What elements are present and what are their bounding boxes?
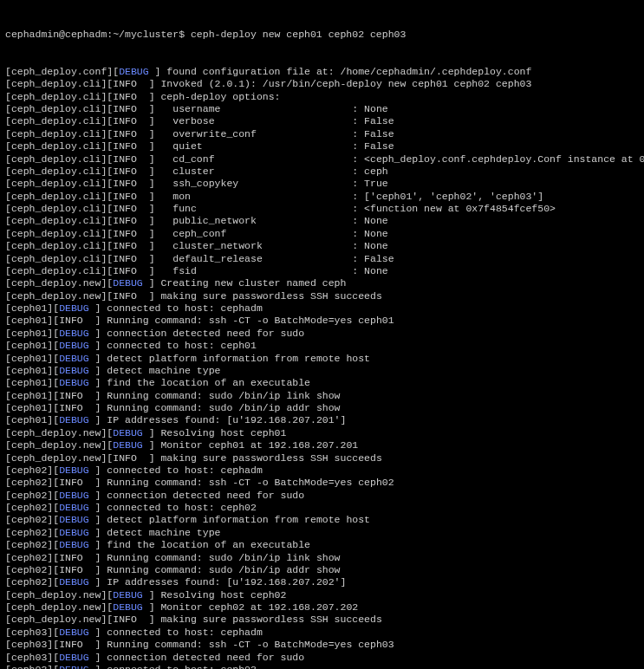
log-line: [ceph_deploy.cli][INFO ] quiet : False	[5, 140, 639, 153]
log-level: [DEBUG ]	[107, 439, 154, 451]
log-level: [DEBUG ]	[53, 340, 101, 351]
log-source: [ceph_deploy.cli]	[5, 215, 107, 226]
log-message: find the location of an executable	[101, 377, 310, 388]
log-message: connected to host: ceph02	[101, 502, 256, 513]
log-source: [ceph_deploy.new]	[5, 439, 107, 451]
log-level: [DEBUG ]	[53, 328, 101, 339]
log-source: [ceph03]	[5, 652, 53, 663]
log-level: [INFO ]	[107, 452, 154, 464]
log-source: [ceph_deploy.cli]	[5, 228, 107, 239]
log-line: [ceph02][INFO ] Running command: sudo /b…	[5, 564, 639, 576]
log-level: [INFO ]	[107, 115, 154, 127]
log-level: [INFO ]	[107, 253, 154, 264]
log-source: [ceph02]	[5, 464, 53, 476]
log-message: username : None	[155, 103, 388, 114]
log-message: connection detected need for sudo	[101, 328, 304, 339]
log-message: Running command: sudo /bin/ip addr show	[101, 402, 340, 413]
log-line: [ceph_deploy.cli][INFO ] username : None	[5, 103, 639, 115]
log-line: [ceph03][INFO ] Running command: ssh -CT…	[5, 639, 639, 651]
log-level: [INFO ]	[107, 140, 154, 152]
log-line: [ceph_deploy.new][DEBUG ] Resolving host…	[5, 589, 639, 601]
log-level: [DEBUG ]	[53, 664, 101, 669]
log-level: [INFO ]	[107, 128, 154, 140]
log-line: [ceph03][DEBUG ] connected to host: ceph…	[5, 627, 639, 639]
log-message: IP addresses found: [u'192.168.207.201']	[101, 414, 346, 425]
log-message: connected to host: ceph03	[101, 664, 256, 669]
log-level: [INFO ]	[107, 78, 154, 89]
log-level: [INFO ]	[107, 265, 154, 276]
log-source: [ceph03]	[5, 664, 53, 669]
log-level: [DEBUG ]	[53, 464, 101, 476]
log-message: IP addresses found: [u'192.168.207.202']	[101, 576, 346, 588]
log-level: [DEBUG ]	[53, 490, 101, 501]
log-source: [ceph_deploy.cli]	[5, 153, 107, 165]
log-source: [ceph_deploy.new]	[5, 601, 107, 613]
log-source: [ceph_deploy.cli]	[5, 166, 107, 177]
log-message: cd_conf : <ceph_deploy.conf.cephdeploy.C…	[155, 153, 644, 165]
terminal[interactable]: cephadmin@cephadm:~/mycluster$ ceph-depl…	[0, 0, 644, 669]
log-level: [DEBUG ]	[113, 66, 160, 77]
log-message: detect platform information from remote …	[101, 353, 370, 364]
log-message: Monitor ceph02 at 192.168.207.202	[155, 601, 359, 613]
log-message: Running command: ssh -CT -o BatchMode=ye…	[101, 315, 394, 326]
log-source: [ceph_deploy.cli]	[5, 78, 107, 89]
log-source: [ceph02]	[5, 477, 53, 488]
log-source: [ceph_deploy.cli]	[5, 178, 107, 189]
log-level: [DEBUG ]	[53, 353, 101, 364]
log-line: [ceph_deploy.cli][INFO ] public_network …	[5, 215, 639, 227]
log-message: connection detected need for sudo	[101, 652, 304, 663]
log-message: public_network : None	[155, 215, 388, 226]
log-line: [ceph_deploy.cli][INFO ] verbose : False	[5, 115, 639, 127]
log-line: [ceph_deploy.new][INFO ] making sure pas…	[5, 452, 639, 464]
log-source: [ceph02]	[5, 514, 53, 525]
log-message: making sure passwordless SSH succeeds	[155, 614, 382, 625]
log-line: [ceph_deploy.cli][INFO ] cd_conf : <ceph…	[5, 153, 639, 166]
log-message: fsid : None	[155, 265, 388, 276]
log-source: [ceph01]	[5, 402, 53, 413]
log-line: [ceph01][INFO ] Running command: sudo /b…	[5, 390, 639, 402]
log-message: ssh_copykey : True	[155, 178, 388, 189]
log-level: [INFO ]	[53, 564, 101, 575]
log-message: Running command: sudo /bin/ip link show	[101, 552, 340, 563]
log-line: [ceph_deploy.cli][INFO ] ceph-deploy opt…	[5, 91, 639, 103]
log-source: [ceph02]	[5, 490, 53, 501]
log-level: [DEBUG ]	[53, 365, 101, 376]
log-line: [ceph01][INFO ] Running command: sudo /b…	[5, 402, 639, 414]
log-level: [INFO ]	[107, 103, 154, 114]
log-message: connected to host: cephadm	[101, 302, 262, 314]
log-message: find the location of an executable	[101, 539, 310, 550]
log-source: [ceph03]	[5, 627, 53, 638]
log-message: quiet : False	[155, 140, 394, 152]
log-level: [INFO ]	[107, 228, 154, 239]
log-source: [ceph02]	[5, 552, 53, 563]
log-line: [ceph_deploy.cli][INFO ] cluster_network…	[5, 240, 639, 252]
log-line: [ceph01][DEBUG ] find the location of an…	[5, 377, 639, 389]
log-message: mon : ['ceph01', 'ceph02', 'ceph03']	[155, 191, 544, 202]
log-message: Running command: sudo /bin/ip link show	[101, 390, 340, 401]
log-message: ceph_conf : None	[155, 228, 388, 239]
log-level: [INFO ]	[107, 178, 154, 189]
log-line: [ceph01][INFO ] Running command: ssh -CT…	[5, 315, 639, 327]
log-source: [ceph_deploy.new]	[5, 277, 107, 289]
log-level: [DEBUG ]	[107, 427, 154, 438]
log-message: func : <function new at 0x7f4854fcef50>	[155, 203, 556, 214]
log-level: [INFO ]	[107, 166, 154, 177]
log-line: [ceph02][DEBUG ] connected to host: ceph…	[5, 464, 639, 477]
log-line: [ceph_deploy.new][INFO ] making sure pas…	[5, 614, 639, 626]
log-source: [ceph02]	[5, 527, 53, 538]
log-line: [ceph01][DEBUG ] detect platform informa…	[5, 353, 639, 365]
log-level: [INFO ]	[107, 215, 154, 226]
log-line: [ceph01][DEBUG ] connected to host: ceph…	[5, 302, 639, 315]
log-source: [ceph01]	[5, 414, 53, 425]
log-line: [ceph02][DEBUG ] IP addresses found: [u'…	[5, 576, 639, 588]
log-source: [ceph_deploy.cli]	[5, 240, 107, 251]
log-source: [ceph01]	[5, 353, 53, 364]
log-message: Creating new cluster named ceph	[155, 277, 347, 289]
log-message: Monitor ceph01 at 192.168.207.201	[155, 439, 359, 451]
log-source: [ceph_deploy.cli]	[5, 128, 107, 140]
log-line: [ceph_deploy.new][DEBUG ] Monitor ceph02…	[5, 601, 639, 614]
log-source: [ceph_deploy.cli]	[5, 265, 107, 276]
log-level: [DEBUG ]	[53, 414, 101, 425]
log-message: ceph-deploy options:	[155, 91, 281, 102]
log-source: [ceph_deploy.new]	[5, 290, 107, 302]
